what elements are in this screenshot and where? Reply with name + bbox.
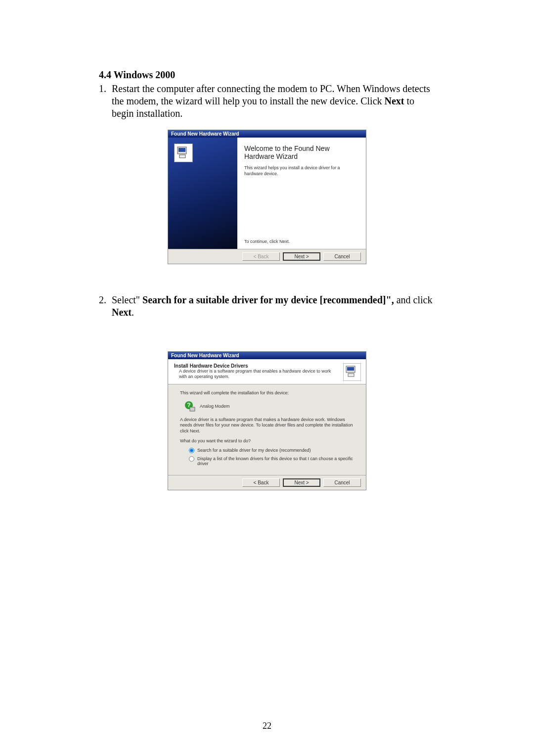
wizard2-button-bar: < Back Next > Cancel — [168, 475, 366, 490]
step-1: 1. Restart the computer after connecting… — [99, 83, 435, 120]
computer-icon — [174, 143, 193, 162]
wizard2-opt1-label: Search for a suitable driver for my devi… — [197, 448, 354, 453]
wizard1-continue: To continue, click Next. — [244, 239, 359, 244]
wizard1-button-bar: < Back Next > Cancel — [168, 249, 366, 264]
step-2-pre: Select" — [112, 294, 142, 305]
radio-list[interactable] — [189, 456, 194, 462]
wizard2-subheading: A device driver is a software program th… — [174, 369, 339, 380]
wizard1-heading: Welcome to the Found New Hardware Wizard — [244, 144, 359, 160]
wizard2-device-name: Analog Modem — [200, 404, 230, 409]
wizard2-opt2-label: Display a list of the known drivers for … — [197, 456, 354, 466]
svg-rect-2 — [179, 155, 185, 158]
wizard2-line1: This wizard will complete the installati… — [180, 390, 354, 396]
wizard2-heading: Install Hardware Device Drivers — [174, 363, 339, 369]
step-2-bold1: Search for a suitable driver for my devi… — [142, 294, 397, 305]
wizard2-device: ? Analog Modem — [180, 400, 354, 412]
wizard1-titlebar: Found New Hardware Wizard — [168, 130, 366, 138]
wizard2-option-list[interactable]: Display a list of the known drivers for … — [180, 456, 354, 466]
svg-rect-8 — [190, 407, 195, 411]
cancel-button[interactable]: Cancel — [323, 478, 361, 487]
wizard2-line2: A device driver is a software program th… — [180, 417, 354, 434]
computer-icon — [343, 363, 361, 381]
wizard-welcome: Found New Hardware Wizard Welcome to the… — [168, 130, 366, 264]
wizard1-side-image — [168, 138, 237, 249]
svg-rect-1 — [178, 148, 185, 152]
step-2-number: 2. — [99, 294, 112, 319]
wizard1-desc: This wizard helps you install a device d… — [244, 165, 359, 177]
wizard2-titlebar: Found New Hardware Wizard — [168, 352, 366, 359]
radio-search[interactable] — [189, 448, 194, 453]
next-button[interactable]: Next > — [283, 252, 320, 261]
back-button: < Back — [242, 252, 280, 261]
step-2-bold2: Next — [112, 307, 132, 318]
step-2-text: Select" Search for a suitable driver for… — [112, 294, 435, 319]
svg-rect-5 — [348, 374, 354, 377]
cancel-button[interactable]: Cancel — [323, 252, 361, 261]
svg-rect-4 — [347, 367, 354, 371]
step-1-bold: Next — [385, 95, 404, 106]
page-number: 22 — [0, 721, 534, 731]
step-1-text: Restart the computer after connecting th… — [112, 83, 435, 120]
next-button[interactable]: Next > — [283, 478, 320, 487]
section-heading: 4.4 Windows 2000 — [99, 69, 435, 81]
step-1-number: 1. — [99, 83, 112, 120]
step-1-pre: Restart the computer after connecting th… — [112, 83, 430, 106]
step-2: 2. Select" Search for a suitable driver … — [99, 294, 435, 319]
wizard2-question: What do you want the wizard to do? — [180, 438, 354, 444]
step-2-post: . — [132, 307, 134, 318]
step-2-mid: and click — [397, 294, 433, 305]
back-button[interactable]: < Back — [242, 478, 280, 487]
wizard-install-drivers: Found New Hardware Wizard Install Hardwa… — [168, 351, 366, 490]
question-device-icon: ? — [184, 400, 196, 412]
wizard2-option-search[interactable]: Search for a suitable driver for my devi… — [180, 448, 354, 453]
